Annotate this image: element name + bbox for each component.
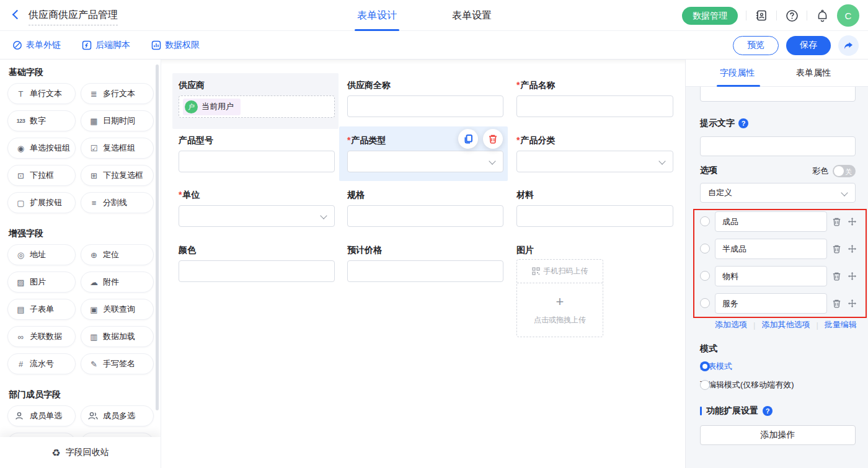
contacts-book-icon[interactable] bbox=[755, 9, 768, 22]
field-material[interactable]: 材料 bbox=[516, 190, 673, 201]
field-title-input[interactable] bbox=[700, 87, 856, 102]
option-text-input[interactable] bbox=[715, 266, 827, 286]
option-text-input[interactable] bbox=[715, 239, 827, 259]
radio-selected-icon[interactable] bbox=[700, 361, 710, 371]
field-item-dropdown[interactable]: ⊡下拉框 bbox=[7, 165, 76, 186]
field-item-member-multi[interactable]: 成员多选 bbox=[81, 405, 154, 426]
product-type-select[interactable] bbox=[347, 151, 503, 172]
share-button[interactable] bbox=[838, 35, 859, 56]
field-product-name[interactable]: *产品名称 bbox=[516, 80, 673, 91]
help-icon[interactable] bbox=[785, 9, 799, 22]
product-category-select[interactable] bbox=[516, 151, 673, 172]
delete-field-button[interactable] bbox=[483, 129, 503, 149]
color-input[interactable] bbox=[179, 260, 335, 282]
field-item-multi-text[interactable]: ≣多行文本 bbox=[81, 83, 154, 104]
data-permission-link[interactable]: 数据权限 bbox=[151, 40, 200, 51]
click-upload-area[interactable]: + 点击或拖拽上传 bbox=[517, 283, 603, 337]
option-text-input[interactable] bbox=[715, 293, 827, 314]
price-input[interactable] bbox=[347, 260, 503, 282]
move-option-icon[interactable] bbox=[848, 244, 857, 254]
field-item-multi-dropdown[interactable]: ⊞下拉复选框 bbox=[81, 165, 154, 186]
option-text-input[interactable] bbox=[715, 211, 827, 232]
field-product-model[interactable]: 产品型号 bbox=[179, 135, 335, 146]
tab-form-properties[interactable]: 表单属性 bbox=[796, 68, 831, 79]
field-spec[interactable]: 规格 bbox=[347, 190, 503, 201]
option-radio[interactable] bbox=[700, 244, 710, 254]
hint-help-icon[interactable]: ? bbox=[738, 118, 748, 128]
option-source-select[interactable]: 自定义 bbox=[700, 183, 856, 203]
mode-list-option[interactable]: 列表模式 bbox=[700, 361, 732, 372]
linked-query-icon: ▣ bbox=[88, 306, 100, 314]
delete-option-icon[interactable] bbox=[832, 272, 841, 281]
field-recycle-bin[interactable]: ♻ 字段回收站 bbox=[0, 437, 161, 468]
hint-text-input[interactable] bbox=[700, 136, 856, 156]
delete-option-icon[interactable] bbox=[832, 299, 841, 308]
field-item-attachment[interactable]: ☁附件 bbox=[81, 272, 154, 293]
spec-input[interactable] bbox=[347, 205, 503, 227]
field-item-serial-number[interactable]: #流水号 bbox=[7, 353, 76, 374]
scan-upload-button[interactable]: 手机扫码上传 bbox=[517, 260, 603, 283]
field-item-divider[interactable]: ≡分割线 bbox=[81, 192, 154, 213]
back-icon[interactable] bbox=[12, 11, 20, 19]
field-item-datetime[interactable]: ▦日期时间 bbox=[81, 110, 154, 131]
batch-edit-link[interactable]: 批量编辑 bbox=[825, 319, 857, 330]
field-price[interactable]: 预计价格 bbox=[347, 245, 503, 256]
mode-editable-option[interactable]: 可编辑模式(仅移动端有效) bbox=[700, 379, 794, 391]
field-item-number[interactable]: 123数字 bbox=[7, 110, 76, 131]
radio-unselected-icon[interactable] bbox=[700, 380, 710, 390]
field-unit[interactable]: *单位 bbox=[179, 190, 335, 201]
move-option-icon[interactable] bbox=[848, 272, 857, 281]
field-item-image[interactable]: ▨图片 bbox=[7, 272, 76, 293]
add-other-option-link[interactable]: 添加其他选项 bbox=[761, 319, 810, 330]
field-item-checkbox-group[interactable]: ☑复选框组 bbox=[81, 138, 154, 159]
field-supplier[interactable]: 供应商 户 当前用户 bbox=[179, 80, 335, 91]
tab-form-design[interactable]: 表单设计 bbox=[357, 9, 397, 22]
preview-button[interactable]: 预览 bbox=[733, 36, 779, 55]
field-item-member-single[interactable]: 成员单选 bbox=[7, 405, 76, 426]
move-option-icon[interactable] bbox=[848, 217, 857, 226]
current-user-tag[interactable]: 户 当前用户 bbox=[183, 99, 241, 115]
form-external-link[interactable]: 表单外链 bbox=[12, 40, 61, 51]
save-button[interactable]: 保存 bbox=[786, 36, 831, 55]
field-item-radio-group[interactable]: ◉单选按钮组 bbox=[7, 138, 76, 159]
field-image-upload[interactable]: 图片 手机扫码上传 + 点击或拖拽上传 bbox=[516, 245, 673, 334]
field-color[interactable]: 颜色 bbox=[179, 245, 335, 256]
extension-help-icon[interactable]: ? bbox=[763, 406, 773, 416]
field-item-linked-query[interactable]: ▣关联查询 bbox=[81, 299, 154, 320]
notification-bell-icon[interactable] bbox=[815, 9, 829, 22]
field-item-geolocation[interactable]: ⊕定位 bbox=[81, 244, 154, 265]
field-product-type[interactable]: *产品类型 bbox=[347, 135, 503, 146]
user-avatar[interactable]: C bbox=[837, 4, 859, 27]
move-option-icon[interactable] bbox=[848, 299, 857, 308]
field-item-extend-button[interactable]: ▢扩展按钮 bbox=[7, 192, 76, 213]
unit-select[interactable] bbox=[179, 205, 335, 227]
field-item-linked-data[interactable]: ∞关联数据 bbox=[7, 326, 76, 347]
supplier-full-name-input[interactable] bbox=[347, 95, 503, 117]
page-title[interactable]: 供应商供应产品管理 bbox=[29, 9, 118, 25]
field-item-subform[interactable]: ▤子表单 bbox=[7, 299, 76, 320]
field-supplier-full-name[interactable]: 供应商全称 bbox=[347, 80, 503, 91]
supplier-user-box[interactable]: 户 当前用户 bbox=[179, 95, 335, 118]
backend-script-link[interactable]: 后端脚本 bbox=[82, 40, 130, 51]
copy-field-button[interactable] bbox=[458, 129, 478, 149]
option-radio[interactable] bbox=[700, 216, 710, 226]
add-option-link[interactable]: 添加选项 bbox=[715, 319, 747, 330]
sidebar-scrollbar[interactable] bbox=[156, 64, 159, 410]
product-name-input[interactable] bbox=[516, 95, 673, 117]
field-item-data-load[interactable]: ▥数据加载 bbox=[81, 326, 154, 347]
delete-option-icon[interactable] bbox=[832, 217, 841, 226]
material-input[interactable] bbox=[516, 205, 673, 227]
option-radio[interactable] bbox=[700, 271, 710, 281]
option-radio[interactable] bbox=[700, 298, 710, 308]
tab-field-properties[interactable]: 字段属性 bbox=[720, 68, 755, 79]
color-toggle[interactable]: 关 bbox=[833, 165, 856, 177]
product-model-input[interactable] bbox=[179, 151, 335, 172]
add-action-button[interactable]: 添加操作 bbox=[700, 425, 856, 445]
delete-option-icon[interactable] bbox=[832, 244, 841, 254]
field-item-signature[interactable]: ✎手写签名 bbox=[81, 353, 154, 374]
field-item-address[interactable]: ◎地址 bbox=[7, 244, 76, 265]
data-manage-button[interactable]: 数据管理 bbox=[682, 7, 738, 25]
field-product-category[interactable]: *产品分类 bbox=[516, 135, 673, 146]
tab-form-settings[interactable]: 表单设置 bbox=[452, 9, 492, 22]
field-item-single-text[interactable]: T单行文本 bbox=[7, 83, 76, 104]
